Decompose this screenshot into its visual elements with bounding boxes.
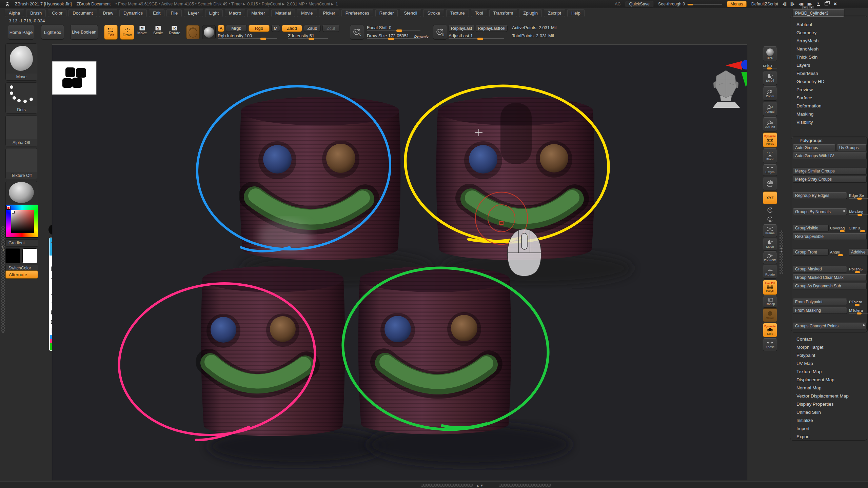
bottom-tray-handle-right[interactable] (499, 484, 551, 487)
quicksave-button[interactable]: QuickSave (626, 1, 653, 7)
merge-similar-groups-button[interactable]: Merge Similar Groups (793, 168, 867, 175)
from-masking-button[interactable]: From Masking (793, 307, 847, 314)
menu-item[interactable]: Preferences (341, 9, 373, 17)
tool-section-item[interactable]: Import (796, 425, 849, 433)
scale-button[interactable]: S Scale (153, 26, 163, 35)
home-page-button[interactable]: Home Page (8, 25, 34, 40)
menu-item[interactable]: Draw (99, 9, 117, 17)
menu-item[interactable]: Movie (297, 9, 317, 17)
xpose-button[interactable]: Xpose (763, 338, 777, 351)
polish-groups-slider[interactable]: PolishG (849, 266, 868, 272)
main-color-swatch[interactable] (5, 248, 20, 263)
menu-item[interactable]: Edit (149, 9, 164, 17)
current-brush-well[interactable]: Move (5, 43, 37, 81)
menu-item[interactable]: Alpha (5, 9, 24, 17)
tool-section-item[interactable]: Surface (796, 94, 825, 102)
z-intensity-slider[interactable]: Z Intensity 51 (288, 33, 328, 39)
menu-item[interactable]: Marker (247, 9, 269, 17)
left-tray-divider[interactable] (1, 226, 5, 333)
menu-item[interactable]: Tool (471, 9, 487, 17)
zoom-button[interactable]: Zoom (763, 86, 777, 101)
actual-size-button[interactable]: x1 Actual (763, 102, 777, 116)
spix-slider[interactable]: SPix 3 (763, 62, 777, 69)
tray-collapse-left-icon[interactable]: ◂|||| (782, 2, 786, 6)
tool-section-item[interactable]: Subtool (796, 21, 825, 29)
lightbox-button[interactable]: LightBox (41, 25, 64, 40)
merge-stray-groups-button[interactable]: Merge Stray Groups (793, 176, 867, 183)
adjust-last-slider[interactable]: AdjustLast 1 (449, 33, 504, 39)
group-front-button[interactable]: Group Front (793, 249, 829, 256)
current-stroke-well[interactable]: Dots (5, 82, 37, 114)
see-through-slider[interactable] (687, 3, 722, 5)
frame-button[interactable]: Frame (763, 224, 777, 237)
transparency-button[interactable]: Transp (763, 296, 777, 308)
solo-button[interactable]: Dynamic Solo (763, 323, 777, 337)
group-as-dynamesh-sub-button[interactable]: Group As Dynamesh Sub (793, 283, 867, 289)
from-polypaint-button[interactable]: From Polypaint (793, 299, 847, 305)
local-transformation-lock-button[interactable] (763, 177, 777, 190)
auto-groups-with-uv-button[interactable]: Auto Groups With UV (793, 152, 867, 159)
tool-section-item[interactable]: Export (796, 433, 849, 441)
cylinder-3[interactable] (201, 266, 345, 436)
document-canvas[interactable] (52, 44, 747, 481)
color-picker[interactable] (5, 205, 38, 238)
secondary-color-swatch[interactable] (22, 248, 37, 263)
current-brush-thumbnail[interactable] (186, 25, 200, 39)
tool-section-item[interactable]: Contact (796, 335, 849, 343)
rotate-button[interactable]: R Rotate (169, 26, 180, 35)
menu-item[interactable]: Zscript (544, 9, 565, 17)
tool-section-item[interactable]: Geometry HD (796, 78, 825, 86)
menu-item[interactable]: Material (271, 9, 295, 17)
menu-item[interactable]: Light (205, 9, 223, 17)
angle-slider[interactable]: Angle (830, 249, 847, 256)
restore-button[interactable] (825, 2, 828, 5)
left-tray-divider-arrows[interactable]: ▸◂ (1, 245, 5, 251)
replay-last-rel-button[interactable]: ReplayLastRel (476, 25, 508, 32)
regroup-by-edges-button[interactable]: Regroup By Edges (793, 192, 847, 199)
mrgb-toggle[interactable]: Mrgb (226, 25, 247, 32)
tool-panel-title[interactable]: PM3D_Cylinder3 (793, 9, 844, 17)
menus-button[interactable]: Menus (727, 1, 747, 7)
tool-section-item[interactable]: NanoMesh (796, 45, 825, 53)
menu-item[interactable]: Transform (489, 9, 517, 17)
tool-section-item[interactable]: Unified Skin (796, 408, 849, 416)
menu-item[interactable]: Dynamics (119, 9, 147, 17)
tool-section-item[interactable]: Geometry (796, 29, 825, 37)
menu-item[interactable]: Stencil (400, 9, 421, 17)
draw-button[interactable]: Draw (120, 25, 134, 40)
menu-item[interactable]: Layer (184, 9, 203, 17)
menu-item[interactable]: Brush (26, 9, 46, 17)
tool-section-item[interactable]: Vector Displacement Map (796, 392, 849, 400)
tool-section-item[interactable]: Initialize (796, 416, 849, 425)
tool-section-item[interactable]: Deformation (796, 102, 825, 110)
menu-item[interactable]: Help (567, 9, 585, 17)
menu-item[interactable]: File (166, 9, 182, 17)
auto-groups-button[interactable]: Auto Groups (793, 144, 835, 151)
dynamic-draw-size-toggle[interactable]: Dynamic (414, 35, 429, 38)
rgb-intensity-slider[interactable]: Rgb Intensity 100 (218, 33, 277, 39)
menu-item[interactable]: Color (48, 9, 66, 17)
edit-button[interactable]: Edit (104, 25, 118, 40)
group-masked-clear-mask-button[interactable]: Group Masked Clear Mask (793, 274, 867, 281)
floor-button[interactable]: x y z Floor (763, 148, 777, 163)
group-masked-button[interactable]: Group Masked (793, 266, 847, 272)
tool-section-item[interactable]: Normal Map (796, 384, 849, 392)
panel-collapse-chevron-1[interactable]: ▼ (802, 6, 808, 9)
polyframe-button[interactable]: Line Fill PolyF (763, 280, 777, 295)
menu-item[interactable]: Render (375, 9, 398, 17)
menu-item[interactable]: Texture (446, 9, 469, 17)
additive-button[interactable]: Additive (849, 249, 868, 256)
m-toggle[interactable]: M (271, 25, 280, 32)
zcut-toggle[interactable]: Zcut (322, 25, 339, 32)
tool-section-item[interactable]: ArrayMesh (796, 37, 825, 45)
default-zscript-button[interactable]: DefaultZScript (751, 2, 778, 6)
rgb-toggle[interactable]: Rgb (249, 25, 270, 32)
right-tray-divider-arrows[interactable]: ▸◂ (780, 247, 783, 253)
rotate-xyz-constraint-button[interactable]: XYZ (763, 191, 777, 204)
ptolerance-slider[interactable]: PTolera (849, 299, 868, 305)
tool-section-item[interactable]: Masking (796, 110, 825, 118)
draw-size-slider[interactable]: Draw Size 172.05351 (367, 33, 420, 39)
tool-section-item[interactable]: UV Map (796, 360, 849, 368)
regroup-visible-button[interactable]: ReGroupVisible (793, 233, 867, 240)
move-button[interactable]: M Move (137, 26, 147, 35)
